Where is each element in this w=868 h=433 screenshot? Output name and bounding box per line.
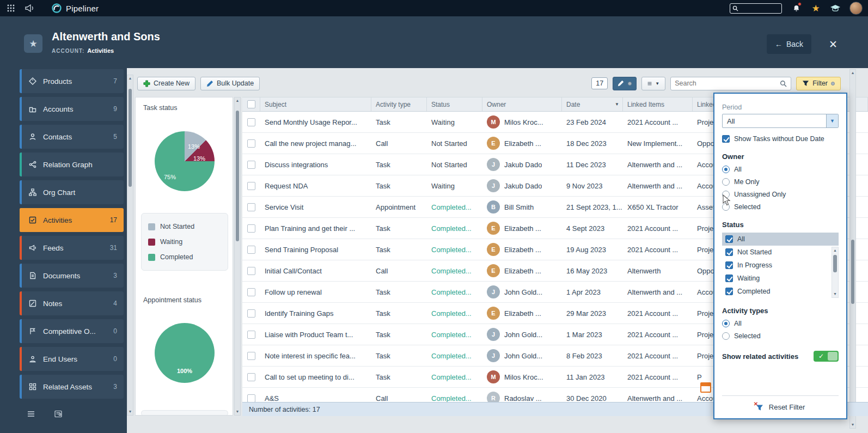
period-select[interactable]: All ▼	[722, 114, 839, 128]
bulk-update-button[interactable]: Bulk Update	[200, 77, 260, 90]
topbar-search-input[interactable]	[740, 5, 779, 11]
status-option[interactable]: Completed	[722, 285, 831, 298]
status-option[interactable]: In Progress	[722, 259, 831, 272]
row-checkbox[interactable]	[247, 246, 255, 254]
scroll-down-icon[interactable]: ▼	[833, 291, 837, 297]
sidebar-item-accounts[interactable]: Accounts 9	[20, 97, 124, 121]
show-tasks-without-due-date[interactable]: Show Tasks without Due Date	[722, 135, 839, 143]
edit-mode-button[interactable]	[613, 77, 637, 90]
status-option[interactable]: Not Started	[722, 246, 831, 259]
sort-desc-icon[interactable]: ▼	[615, 102, 619, 107]
create-new-button[interactable]: Create New	[137, 77, 195, 90]
page-scrollbar[interactable]: ▲ ▼	[849, 69, 856, 429]
checkbox-checked-icon[interactable]	[725, 235, 733, 243]
checkbox-checked-icon[interactable]	[725, 261, 733, 269]
sidebar-item-competitive[interactable]: Competitive O... 0	[20, 319, 124, 343]
row-checkbox[interactable]	[247, 118, 255, 126]
status-option-all[interactable]: All	[722, 233, 839, 246]
chevron-down-icon[interactable]: ▼	[826, 114, 838, 127]
reset-filter-button[interactable]: ✕ Reset Filter	[722, 395, 839, 418]
header-date[interactable]: Date ▼	[562, 97, 623, 111]
related-activities-toggle[interactable]: ✓	[814, 351, 839, 362]
radio-selected-icon[interactable]	[722, 320, 730, 327]
row-checkbox[interactable]	[247, 373, 255, 381]
scroll-thumb[interactable]	[851, 240, 854, 304]
sidebar-item-feeds[interactable]: Feeds 31	[20, 236, 124, 260]
sidebar-item-activities[interactable]: Activities 17	[20, 208, 124, 232]
panel-scrollbar[interactable]: ▲ ▼	[234, 97, 241, 416]
checkbox-checked-icon[interactable]	[725, 275, 733, 282]
row-checkbox[interactable]	[247, 182, 255, 190]
row-checkbox[interactable]	[247, 203, 255, 211]
scroll-track[interactable]	[235, 104, 240, 408]
menu-list-icon[interactable]	[23, 407, 39, 421]
row-checkbox[interactable]	[247, 352, 255, 360]
brand[interactable]: Pipeliner	[51, 3, 99, 14]
back-button[interactable]: ← Back	[767, 34, 811, 54]
sidebar-item-relation-graph[interactable]: Relation Graph	[20, 153, 124, 176]
scroll-thumb[interactable]	[833, 255, 837, 272]
topbar-search[interactable]	[730, 3, 782, 14]
row-checkbox[interactable]	[247, 288, 255, 296]
scroll-up-icon[interactable]: ▲	[851, 70, 855, 76]
checkbox-checked-icon[interactable]	[725, 248, 733, 256]
close-icon[interactable]: ✕	[829, 38, 838, 51]
row-checkbox[interactable]	[247, 309, 255, 318]
scroll-down-icon[interactable]: ▼	[851, 422, 855, 428]
radio-icon[interactable]	[722, 332, 730, 340]
sidebar-item-related-assets[interactable]: Related Assets 3	[20, 375, 124, 399]
sidebar-item-products[interactable]: Products 7	[20, 69, 124, 93]
user-avatar[interactable]	[849, 2, 863, 15]
favorite-account-star-button[interactable]: ★	[24, 34, 42, 53]
header-activity-type[interactable]: Activity type	[371, 97, 427, 111]
header-status[interactable]: Status	[427, 97, 482, 111]
owner-option-selected[interactable]: Selected	[722, 203, 839, 211]
status-option[interactable]: Waiting	[722, 272, 831, 285]
owner-option-me-only[interactable]: Me Only	[722, 178, 839, 186]
scroll-down-icon[interactable]: ▼	[236, 408, 240, 415]
status-list-scrollbar[interactable]: ▲ ▼	[832, 247, 839, 298]
scroll-down-icon[interactable]: ▼	[129, 408, 132, 415]
favorites-star-icon[interactable]: ★	[810, 3, 821, 14]
toggle-knob[interactable]	[828, 352, 838, 361]
header-linked-items[interactable]: Linked Items	[623, 97, 693, 111]
row-checkbox[interactable]	[247, 267, 255, 275]
row-checkbox[interactable]	[247, 139, 255, 148]
scroll-thumb[interactable]	[236, 111, 239, 241]
sidebar-item-documents[interactable]: Documents 3	[20, 264, 124, 288]
scroll-up-icon[interactable]: ▲	[129, 75, 132, 82]
scroll-thumb[interactable]	[129, 89, 132, 187]
owner-option-all[interactable]: All	[722, 166, 839, 173]
select-all-cell[interactable]	[242, 97, 260, 111]
row-checkbox[interactable]	[247, 331, 255, 339]
sidebar-item-org-chart[interactable]: Org Chart	[20, 180, 124, 204]
content-scrollbar[interactable]: ▲ ▼	[127, 75, 133, 416]
checkbox-checked-icon[interactable]	[722, 135, 730, 143]
row-checkbox[interactable]	[247, 161, 255, 169]
radio-icon[interactable]	[722, 203, 730, 211]
header-owner[interactable]: Owner	[482, 97, 562, 111]
sidebar-item-notes[interactable]: Notes 4	[20, 291, 124, 315]
sidebar-item-end-users[interactable]: End Users 0	[20, 347, 124, 371]
owner-option-unassigned[interactable]: Unassigned Only	[722, 191, 839, 198]
radio-selected-icon[interactable]	[722, 166, 730, 173]
form-view-icon[interactable]	[50, 407, 66, 421]
activity-type-option-selected[interactable]: Selected	[722, 332, 839, 340]
scroll-track[interactable]	[832, 254, 838, 291]
view-options-button[interactable]: ▼	[641, 77, 665, 90]
checkbox-checked-icon[interactable]	[725, 288, 733, 295]
activity-type-option-all[interactable]: All	[722, 320, 839, 327]
notifications-bell-icon[interactable]	[791, 3, 802, 14]
sidebar-item-contacts[interactable]: Contacts 5	[20, 125, 124, 149]
scroll-track[interactable]	[127, 82, 133, 408]
select-all-checkbox[interactable]	[247, 100, 255, 108]
filter-button[interactable]: Filter	[796, 77, 841, 90]
radio-icon[interactable]	[722, 178, 730, 186]
table-search-input[interactable]	[675, 80, 780, 87]
radio-icon[interactable]	[722, 191, 730, 198]
academy-cap-icon[interactable]	[830, 3, 841, 14]
header-subject[interactable]: Subject	[260, 97, 371, 111]
scroll-up-icon[interactable]: ▲	[236, 97, 240, 104]
scroll-track[interactable]	[850, 76, 855, 422]
row-checkbox[interactable]	[247, 394, 255, 402]
